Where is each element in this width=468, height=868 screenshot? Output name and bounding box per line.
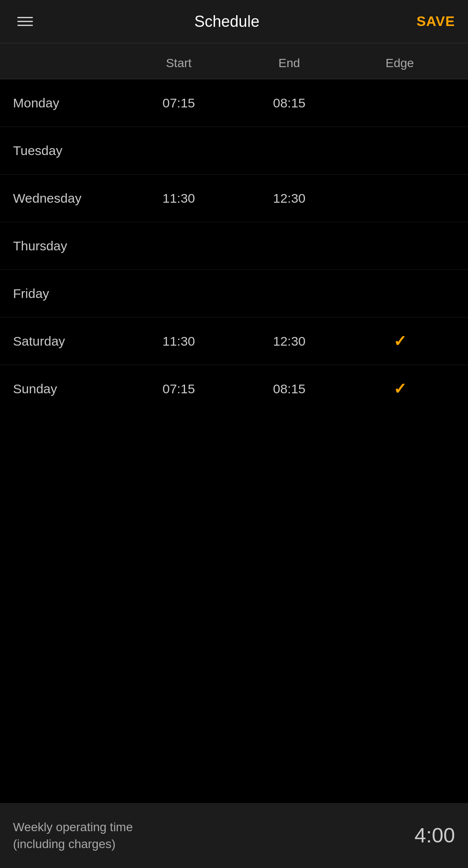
start-time[interactable]: 07:15	[124, 382, 234, 396]
schedule-row[interactable]: Saturday 11:30 12:30 ✓	[0, 317, 468, 365]
schedule-list: Monday 07:15 08:15 Tuesday Wednesday 11:…	[0, 79, 468, 803]
end-time[interactable]: 08:15	[234, 382, 344, 396]
end-time[interactable]: 08:15	[234, 96, 344, 110]
day-name: Monday	[13, 96, 124, 110]
start-time[interactable]: 11:30	[124, 191, 234, 206]
column-headers: Start End Edge	[0, 43, 468, 79]
schedule-row[interactable]: Tuesday	[0, 127, 468, 175]
weekly-time-value: 4:00	[415, 823, 455, 847]
day-name: Thursday	[13, 239, 124, 253]
schedule-row[interactable]: Friday	[0, 270, 468, 317]
day-name: Friday	[13, 286, 124, 301]
save-button[interactable]: SAVE	[416, 13, 455, 29]
schedule-row[interactable]: Sunday 07:15 08:15 ✓	[0, 365, 468, 413]
day-name: Saturday	[13, 334, 124, 349]
col-header-edge: Edge	[344, 56, 455, 70]
end-time[interactable]: 12:30	[234, 334, 344, 349]
day-name: Wednesday	[13, 191, 124, 206]
edge-checkbox[interactable]: ✓	[344, 332, 455, 350]
col-header-day	[13, 56, 124, 70]
schedule-row[interactable]: Wednesday 11:30 12:30	[0, 175, 468, 222]
footer: Weekly operating time (including charges…	[0, 803, 468, 868]
schedule-row[interactable]: Thursday	[0, 222, 468, 270]
day-name: Sunday	[13, 382, 124, 396]
schedule-row[interactable]: Monday 07:15 08:15	[0, 79, 468, 127]
end-time[interactable]: 12:30	[234, 191, 344, 206]
page-title: Schedule	[195, 13, 260, 31]
edge-checkbox[interactable]: ✓	[344, 380, 455, 398]
app-header: Schedule SAVE	[0, 0, 468, 43]
day-name: Tuesday	[13, 143, 124, 158]
start-time[interactable]: 11:30	[124, 334, 234, 349]
col-header-start: Start	[124, 56, 234, 70]
menu-button[interactable]	[13, 13, 37, 30]
col-header-end: End	[234, 56, 344, 70]
start-time[interactable]: 07:15	[124, 96, 234, 110]
weekly-time-label: Weekly operating time (including charges…	[13, 819, 133, 852]
